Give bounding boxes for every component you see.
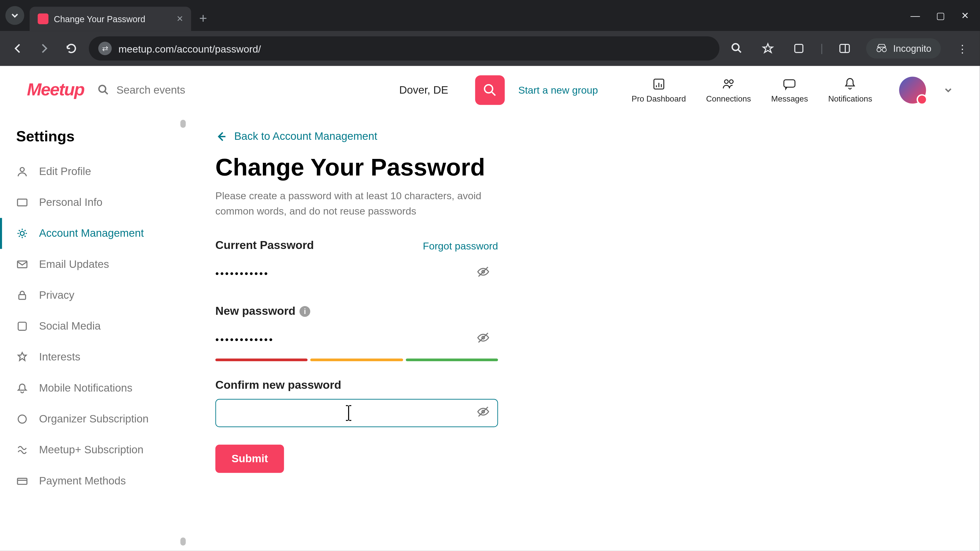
sidebar-item-edit-profile[interactable]: Edit Profile [0, 156, 188, 187]
tab-close-button[interactable]: × [177, 13, 183, 25]
bell-icon [16, 382, 28, 394]
user-avatar[interactable] [899, 76, 926, 103]
svg-point-10 [729, 79, 733, 83]
close-window-button[interactable]: ✕ [961, 10, 969, 21]
sidebar-item-mobile-notifications[interactable]: Mobile Notifications [0, 373, 188, 403]
sidebar-item-interests[interactable]: Interests [0, 342, 188, 373]
info-icon[interactable]: i [300, 306, 310, 317]
new-password-input[interactable] [215, 325, 498, 353]
strength-bar-weak [215, 359, 308, 362]
search-icon [731, 42, 743, 54]
scroll-up-arrow[interactable] [180, 120, 186, 128]
arrow-right-icon [38, 42, 50, 54]
maximize-button[interactable]: ▢ [936, 10, 945, 21]
svg-point-12 [20, 168, 24, 171]
sidebar-item-label: Payment Methods [39, 475, 126, 487]
incognito-indicator[interactable]: Incognito [866, 38, 941, 59]
arrow-left-icon [215, 130, 228, 143]
sidebar-item-payment-methods[interactable]: Payment Methods [0, 465, 188, 496]
scroll-down-arrow[interactable] [180, 537, 186, 546]
sidebar-item-organizer-subscription[interactable]: Organizer Subscription [0, 403, 188, 434]
confirm-password-input[interactable] [215, 399, 498, 427]
back-to-account-link[interactable]: Back to Account Management [215, 130, 953, 143]
confirm-password-field: Confirm new password [215, 379, 498, 427]
reload-button[interactable] [62, 39, 81, 58]
svg-point-18 [18, 415, 26, 423]
page-content: Meetup Search events Dover, DE Start a n… [0, 66, 980, 551]
site-info-icon[interactable]: ⇄ [98, 41, 112, 55]
current-password-input[interactable] [215, 259, 498, 287]
tab-search-button[interactable] [5, 6, 24, 25]
svg-rect-11 [784, 79, 795, 87]
chevron-down-icon[interactable] [943, 85, 953, 95]
search-icon [97, 84, 110, 96]
sidebar-item-meetup-subscription[interactable]: Meetup+ Subscription [0, 435, 188, 465]
new-tab-button[interactable]: + [199, 11, 207, 26]
submit-button[interactable]: Submit [215, 445, 284, 473]
eye-off-icon [476, 405, 490, 418]
sidebar-item-label: Privacy [39, 289, 74, 301]
nav-pro-dashboard[interactable]: Pro Dashboard [632, 76, 686, 103]
people-icon [721, 76, 736, 91]
svg-rect-17 [18, 322, 26, 330]
password-strength-meter [215, 359, 498, 362]
gear-icon [16, 227, 28, 239]
strength-bar-medium [310, 359, 403, 362]
sidebar-item-email-updates[interactable]: Email Updates [0, 249, 188, 280]
toggle-visibility-button[interactable] [476, 331, 490, 347]
plus-icon [16, 444, 28, 456]
start-group-link[interactable]: Start a new group [518, 84, 598, 96]
bell-icon [843, 76, 858, 91]
strength-bar-strong [406, 359, 498, 362]
tab-favicon [38, 14, 48, 24]
page-title: Change Your Password [215, 153, 953, 182]
panel-icon [838, 42, 851, 54]
svg-rect-2 [840, 44, 850, 52]
nav-connections[interactable]: Connections [706, 76, 751, 103]
sidebar-item-personal-info[interactable]: Personal Info [0, 187, 188, 218]
sidebar-title: Settings [0, 128, 188, 156]
minimize-button[interactable]: — [911, 10, 920, 21]
browser-menu-button[interactable]: ⋮ [953, 39, 972, 58]
header-nav: Pro Dashboard Connections Messages Notif… [632, 76, 872, 103]
sidebar-item-privacy[interactable]: Privacy [0, 280, 188, 311]
toggle-visibility-button[interactable] [476, 405, 490, 421]
star-icon [762, 42, 774, 54]
sidebar-item-label: Email Updates [39, 259, 109, 270]
back-button[interactable] [8, 39, 27, 58]
card-icon [16, 475, 28, 487]
svg-rect-16 [19, 295, 25, 299]
incognito-label: Incognito [893, 43, 932, 54]
location-selector[interactable]: Dover, DE [399, 84, 448, 96]
sidebar-item-label: Meetup+ Subscription [39, 444, 143, 456]
search-events-input[interactable]: Search events [97, 84, 299, 96]
lock-icon [16, 289, 28, 301]
sidebar-item-social-media[interactable]: Social Media [0, 311, 188, 341]
side-panel-button[interactable] [835, 39, 854, 58]
forgot-password-link[interactable]: Forgot password [423, 240, 498, 251]
window-controls: — ▢ ✕ [911, 10, 975, 21]
dashboard-icon [651, 76, 666, 91]
toggle-visibility-button[interactable] [476, 265, 490, 281]
puzzle-icon [793, 42, 805, 54]
meetup-logo[interactable]: Meetup [27, 79, 84, 100]
main-panel: Back to Account Management Change Your P… [188, 114, 980, 551]
eye-off-icon [476, 331, 490, 345]
bookmark-button[interactable] [759, 39, 777, 58]
search-placeholder: Search events [116, 84, 185, 96]
search-toolbar-button[interactable] [728, 39, 746, 58]
nav-messages[interactable]: Messages [771, 76, 808, 103]
svg-point-9 [724, 79, 728, 83]
sidebar-item-label: Account Management [39, 227, 144, 239]
sidebar-item-account-management[interactable]: Account Management [0, 218, 188, 249]
browser-tab[interactable]: Change Your Password × [30, 6, 191, 31]
eye-off-icon [476, 265, 490, 279]
browser-toolbar: ⇄ meetup.com/account/password/ | Incogni… [0, 31, 980, 66]
sidebar-item-label: Personal Info [39, 197, 103, 208]
id-icon [16, 197, 28, 208]
address-bar[interactable]: ⇄ meetup.com/account/password/ [89, 36, 719, 60]
search-submit-button[interactable] [475, 75, 505, 105]
forward-button[interactable] [35, 39, 54, 58]
nav-notifications[interactable]: Notifications [828, 76, 872, 103]
extensions-button[interactable] [789, 39, 808, 58]
